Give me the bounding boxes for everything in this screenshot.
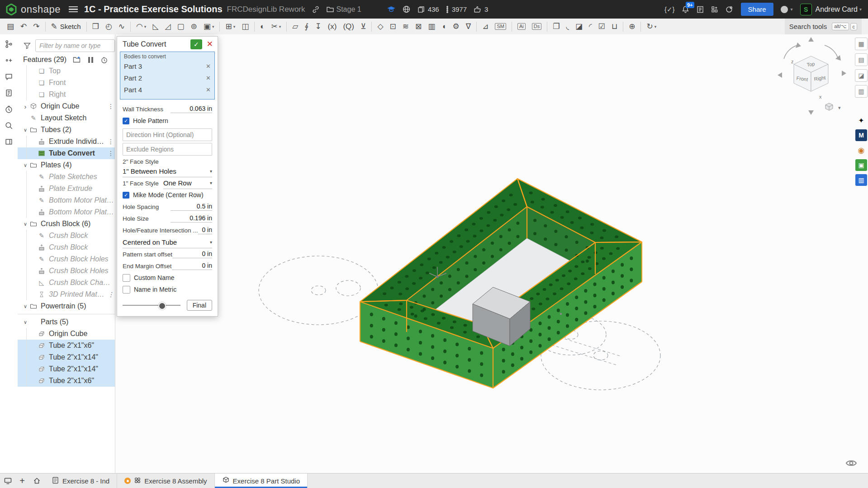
tab-exercise-8-assembly[interactable]: Exercise 8 Assembly — [117, 474, 214, 488]
checkbox-hole-pattern[interactable]: ✓Hole Pattern — [123, 115, 212, 127]
field-value-input[interactable]: 0.5 in — [171, 203, 212, 211]
dropdown-one-row[interactable]: One Row▾ — [163, 178, 212, 189]
user-name[interactable]: Andrew Card — [816, 5, 858, 14]
checkbox-icon[interactable]: ✓ — [123, 192, 129, 199]
feature-row-powertrain-5[interactable]: ∨Powertrain (5) — [18, 300, 115, 312]
help-caret-icon[interactable]: ▾ — [791, 7, 793, 12]
toolbar-validate-button[interactable]: ☑ — [595, 22, 608, 31]
home-tab-icon[interactable] — [29, 474, 44, 488]
feature-menu-icon[interactable]: ⋮ — [107, 138, 115, 145]
body-item-part-5[interactable]: Part 5✕ — [120, 95, 214, 99]
body-item-part-4[interactable]: Part 4✕ — [120, 84, 214, 95]
feature-row-extrude-individu[interactable]: Extrude Individu...⋮ — [18, 136, 115, 147]
right-rail-extension-cursor-icon[interactable]: ✦ — [855, 114, 867, 126]
right-rail-panel-doc-icon[interactable]: ▤ — [855, 53, 868, 66]
feature-row-right[interactable]: ❏Right — [18, 89, 115, 100]
toolbar-revolve-button[interactable]: ◴ — [102, 22, 115, 31]
toolbar-sheet-button[interactable]: ▥ — [425, 22, 438, 31]
feature-row-crush-block-holes[interactable]: Crush Block Holes — [18, 265, 115, 277]
view-cube[interactable]: Top Front Right z x ▾ — [771, 34, 853, 118]
feature-row-bottom-motor-plate-ext[interactable]: Bottom Motor Plate Ext... — [18, 206, 115, 218]
toolbar-derive-button[interactable]: ❐ — [550, 22, 563, 31]
toolbar-ai-tool-button[interactable]: Ai — [514, 22, 529, 31]
toolbar-draft-button[interactable]: ◿ — [161, 22, 174, 31]
feature-row-crush-block[interactable]: ✎Crush Block — [18, 230, 115, 242]
rollback-history-icon[interactable] — [100, 56, 108, 64]
link-icon[interactable] — [312, 5, 320, 14]
toolbar-filter-tool-button[interactable]: ∇ — [463, 22, 474, 31]
feature-row-3d-printed-mater[interactable]: 3D Printed Mater...⋮ — [18, 289, 115, 300]
toolbar-redo-button[interactable]: ↷ — [30, 22, 43, 31]
caret-open-icon[interactable]: ∨ — [22, 303, 29, 309]
changes-icon[interactable] — [446, 5, 449, 14]
toolbar-origin-target-button[interactable]: ⊕ — [626, 22, 638, 31]
viewport-3d[interactable]: Top Front Right z x ▾ — [115, 34, 868, 474]
toolbar-custom-tool-2-button[interactable]: ⊠ — [412, 22, 425, 31]
feature-row-tubes-2[interactable]: ∨Tubes (2) — [18, 124, 115, 136]
right-rail-panel-section-icon[interactable]: ◪ — [855, 69, 868, 82]
toolbar-featurescript-search-button[interactable]: (Q) — [340, 22, 357, 31]
field-value-input[interactable]: 0 in — [198, 226, 212, 234]
fillet-caret-icon[interactable]: ▾ — [144, 24, 147, 29]
left-rail-insert-icon[interactable] — [2, 53, 16, 67]
left-rail-search-document-icon[interactable] — [2, 118, 16, 132]
checkbox-icon[interactable] — [123, 274, 130, 282]
toolbar-bend-button[interactable]: ◟ — [563, 22, 572, 31]
remove-body-icon[interactable]: ✕ — [206, 75, 211, 81]
right-rail-extension-color-icon[interactable]: ◉ — [855, 144, 867, 156]
field-value-input[interactable]: 0.063 in — [171, 105, 212, 113]
toolbar-primitive-button[interactable]: ◇ — [374, 22, 386, 31]
tab-exercise-8-part-studio[interactable]: Exercise 8 Part Studio — [215, 474, 308, 488]
checkbox-name-in-metric[interactable]: Name in Metric — [123, 284, 212, 295]
bodies-to-convert-list[interactable]: Bodies to convert Part 3✕Part 2✕Part 4✕P… — [120, 52, 215, 99]
rotate-left-arrow[interactable] — [778, 72, 782, 78]
left-rail-notes-icon[interactable] — [2, 86, 16, 99]
tab-exercise-8-ind[interactable]: Exercise 8 - Ind — [44, 474, 117, 488]
dialog-cancel-button[interactable]: ✕ — [207, 39, 213, 49]
remove-body-icon[interactable]: ✕ — [206, 86, 211, 93]
body-item-part-3[interactable]: Part 3✕ — [120, 60, 214, 72]
toolbar-corner-button[interactable]: ◜ — [586, 22, 595, 31]
toolbar-mirror-button[interactable]: ◫ — [238, 22, 252, 31]
toolbar-import-button[interactable]: ↧ — [312, 22, 324, 31]
right-rail-extension-columns-icon[interactable]: ▥ — [855, 174, 867, 186]
field-value-input[interactable]: 0.196 in — [171, 214, 212, 223]
toolbar-erase-button[interactable]: ◪ — [572, 22, 586, 31]
feature-row-parts-5[interactable]: ∨Parts (5) — [18, 316, 115, 328]
right-rail-extension-green-icon[interactable]: ▣ — [855, 159, 867, 171]
left-rail-comments-icon[interactable] — [2, 70, 16, 83]
view-only-eye-icon[interactable] — [844, 458, 858, 470]
right-rail-panel-grid-icon[interactable]: ▦ — [855, 38, 868, 50]
slider-handle[interactable] — [158, 302, 166, 310]
feature-menu-icon[interactable]: ⋮ — [107, 291, 115, 298]
toolbar-custom-tool-1-button[interactable]: ⊡ — [386, 22, 399, 31]
toolbar-extrude-button[interactable]: ❒ — [89, 22, 102, 31]
feature-row-origin-cube[interactable]: ›Origin Cube⋮ — [18, 100, 115, 112]
notifications-bell-icon[interactable]: 9+ — [681, 5, 690, 14]
feature-row-crush-block-holes[interactable]: ✎Crush Block Holes — [18, 253, 115, 265]
toolbar-fillet-button[interactable]: ◠▾ — [133, 22, 149, 31]
feature-row-tube-2-x1-x6[interactable]: Tube 2"x1"x6" — [18, 340, 115, 351]
feature-row-crush-block-6[interactable]: ∨Crush Block (6) — [18, 218, 115, 230]
feature-row-layout-sketch[interactable]: ✎Layout Sketch — [18, 112, 115, 124]
input-direction-hint-optional-[interactable]: Direction Hint (Optional) — [123, 128, 212, 141]
filter-funnel-icon[interactable] — [23, 42, 31, 50]
follow-mode-icon[interactable] — [0, 474, 15, 488]
toolbar-u-profile-button[interactable]: ⊔ — [608, 22, 621, 31]
toolbar-curve-button[interactable]: ≋ — [399, 22, 412, 31]
rotate-ccw-icon[interactable] — [784, 45, 797, 59]
user-avatar[interactable]: S — [800, 4, 812, 15]
toolbar-variable-button[interactable]: (x) — [325, 22, 340, 31]
filter-input[interactable] — [35, 39, 115, 52]
left-rail-version-graph-icon[interactable] — [2, 37, 16, 51]
toolbar-shell-button[interactable]: ▢ — [174, 22, 188, 31]
feature-menu-icon[interactable]: ⋮ — [107, 150, 115, 157]
toolbar-sweep-button[interactable]: ∿ — [115, 22, 128, 31]
orient-view-caret-icon[interactable]: ▾ — [655, 24, 657, 29]
add-folder-icon[interactable] — [73, 56, 81, 63]
toolbar-plane-button[interactable]: ▱ — [289, 22, 301, 31]
checkbox-custom-name[interactable]: Custom Name — [123, 272, 212, 284]
left-rail-history-icon[interactable] — [2, 102, 16, 116]
right-rail-panel-config-icon[interactable]: ▥ — [855, 85, 868, 98]
feature-row-plate-extrude[interactable]: Plate Extrude — [18, 183, 115, 194]
